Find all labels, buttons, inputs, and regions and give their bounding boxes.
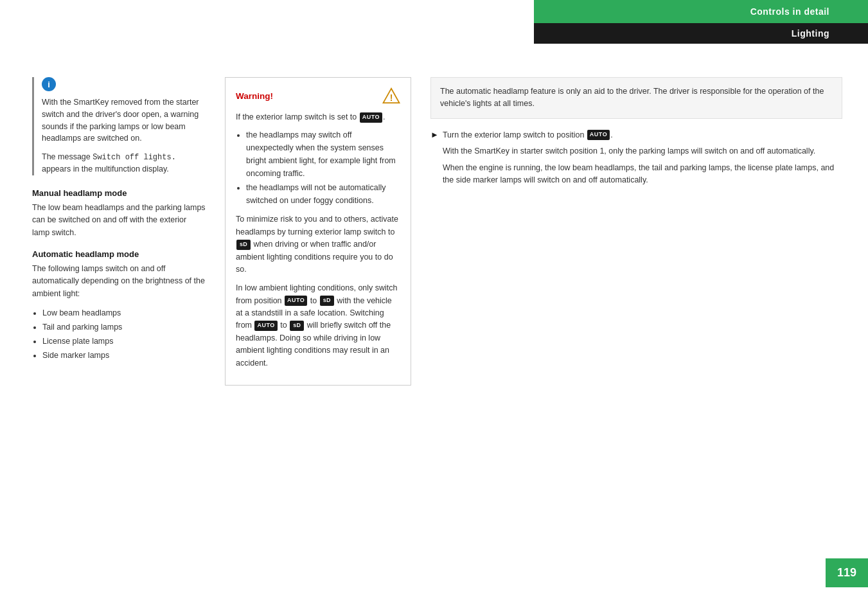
page-number-tab: 119 — [826, 558, 868, 587]
low-ambient-text4: to — [278, 321, 289, 330]
arrow-item1-end: . — [610, 130, 612, 139]
minimize-paragraph: To minimize risk to you and to others, a… — [236, 213, 400, 276]
badge-sd-2: sD — [320, 296, 334, 306]
controls-label: Controls in detail — [750, 6, 829, 17]
warning-box: Warning! ! If the exterior lamp switch i… — [225, 77, 411, 386]
info-code: Switch off lights. — [93, 153, 176, 162]
section2-heading: Automatic headlamp mode — [32, 249, 206, 259]
badge-auto-2: AUTO — [285, 296, 307, 306]
warning-bullet-2: the headlamps will not be automatically … — [246, 181, 400, 207]
info-icon-letter: i — [48, 80, 50, 89]
badge-auto-1: AUTO — [360, 112, 382, 123]
warning-intro-line: If the exterior lamp switch is set to AU… — [236, 111, 400, 123]
arrow-icon-1: ► — [430, 130, 439, 139]
right-info-text: The automatic headlamp feature is only a… — [440, 87, 824, 108]
badge-auto-3: AUTO — [254, 321, 277, 331]
info-paragraph2-text: The message — [42, 152, 93, 161]
paragraph2-text: When the engine is running, the low beam… — [443, 162, 842, 187]
info-box: i With the SmartKey removed from the sta… — [32, 77, 206, 175]
bullet-item-0: Low beam headlamps — [42, 306, 206, 319]
section1: Manual headlamp mode The low beam headla… — [32, 188, 206, 239]
warning-intro-text: If the exterior lamp switch is set to — [236, 112, 359, 121]
controls-in-detail-bar: Controls in detail — [534, 0, 868, 23]
info-paragraph1: With the SmartKey removed from the start… — [42, 96, 206, 145]
page-number: 119 — [837, 566, 856, 579]
info-icon: i — [42, 77, 56, 91]
badge-sd-3: sD — [290, 321, 304, 331]
bullet-item-1: Tail and parking lamps — [42, 321, 206, 333]
bullet-item-3: Side marker lamps — [42, 349, 206, 362]
warning-intro-end: . — [383, 112, 385, 121]
bullet-item-2: License plate lamps — [42, 335, 206, 348]
badge-auto-right: AUTO — [587, 130, 610, 140]
warning-body: If the exterior lamp switch is set to AU… — [236, 111, 400, 369]
info-paragraph2b: appears in the multifunction display. — [42, 164, 169, 173]
arrow-item1-text: Turn the exterior lamp switch to positio… — [443, 129, 842, 141]
right-info-box: The automatic headlamp feature is only a… — [430, 77, 842, 119]
minimize-text: To minimize risk to you and to others, a… — [236, 215, 398, 236]
svg-text:!: ! — [390, 93, 393, 103]
low-ambient-text2: to — [308, 296, 319, 305]
section2: Automatic headlamp mode The following la… — [32, 249, 206, 362]
section1-body: The low beam headlamps and the parking l… — [32, 202, 206, 239]
paragraph1-text: With the SmartKey in starter switch posi… — [443, 145, 842, 157]
warning-title: Warning! — [236, 91, 273, 101]
warning-bullet-list: the headlamps may switch off unexpectedl… — [236, 129, 400, 207]
minimize-text2: when driving or when traffic and/or ambi… — [236, 240, 393, 274]
arrow-item-1: ► Turn the exterior lamp switch to posit… — [430, 129, 842, 191]
arrow-item1-pre: Turn the exterior lamp switch to positio… — [443, 130, 587, 139]
lighting-label: Lighting — [792, 28, 829, 39]
low-ambient-paragraph: In low ambient lighting conditions, only… — [236, 282, 400, 369]
lighting-bar: Lighting — [534, 23, 868, 44]
bullet-list: Low beam headlamps Tail and parking lamp… — [32, 306, 206, 362]
section1-heading: Manual headlamp mode — [32, 188, 206, 198]
right-column: The automatic headlamp feature is only a… — [430, 77, 842, 386]
warning-header: Warning! ! — [236, 87, 400, 105]
left-column: i With the SmartKey removed from the sta… — [26, 77, 206, 386]
main-content: i With the SmartKey removed from the sta… — [0, 64, 868, 398]
warning-triangle-icon: ! — [382, 87, 400, 105]
arrow-content-1: Turn the exterior lamp switch to positio… — [443, 129, 842, 191]
warning-bullet-1: the headlamps may switch off unexpectedl… — [246, 129, 400, 180]
section2-body: The following lamps switch on and off au… — [32, 263, 206, 300]
badge-sd-1: sD — [236, 240, 251, 250]
info-paragraph2: The message Switch off lights. appears i… — [42, 151, 206, 175]
middle-column: Warning! ! If the exterior lamp switch i… — [225, 77, 411, 386]
header-section: Controls in detail Lighting — [534, 0, 868, 44]
